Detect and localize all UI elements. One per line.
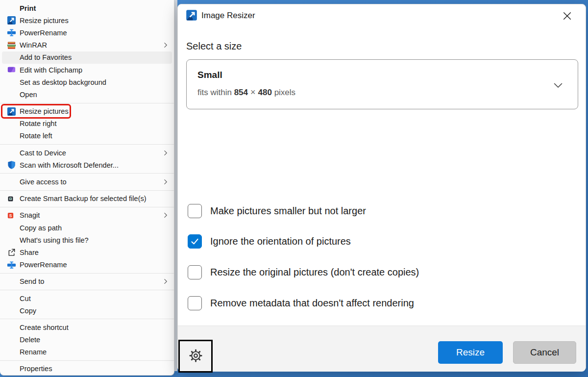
settings-annotation-box [178,340,213,373]
dialog-title: Image Resizer [201,11,255,21]
menu-item-label: Cast to Device [20,149,66,157]
menu-item-properties[interactable]: Properties [0,363,174,375]
menu-separator [0,273,174,274]
menu-item-label: WinRAR [20,41,47,49]
menu-item-powerrename[interactable]: PowerRename [0,26,174,39]
checkbox-unchecked[interactable] [188,265,202,279]
menu-item-set-as-desktop-background[interactable]: Set as desktop background [0,76,174,88]
menu-item-label: Send to [20,277,44,285]
menu-item-edit-with-clipchamp[interactable]: Edit with Clipchamp [0,64,174,76]
menu-item-open[interactable]: Open [0,88,174,101]
option-row-ignore-the-orientation: Ignore the orientation of pictures [188,226,575,257]
menu-item-rotate-right[interactable]: Rotate right [0,118,174,130]
context-menu: PrintResize picturesPowerRenameWinRARAdd… [0,0,174,376]
option-label[interactable]: Resize the original pictures (don't crea… [210,267,419,278]
image-resizer-icon [186,9,197,21]
icon-slot-empty [7,131,20,141]
icon-slot-empty [7,364,20,374]
options-list: Make pictures smaller but not largerIgno… [188,196,575,318]
icon-slot-empty [7,77,20,87]
option-row-make-pictures-smaller: Make pictures smaller but not larger [188,196,575,226]
powerrename-icon [7,28,20,38]
menu-item-label: What's using this file? [20,236,89,244]
select-size-heading: Select a size [186,41,242,52]
menu-item-resize-pictures[interactable]: Resize pictures [0,14,174,26]
menu-item-share[interactable]: Share [0,246,174,258]
winrar-icon [7,40,20,50]
chevron-down-icon [552,79,564,93]
menu-item-winrar[interactable]: WinRAR [0,39,174,51]
smart-backup-icon [7,194,20,203]
menu-item-label: Copy [20,307,36,315]
menu-item-rename[interactable]: Rename [0,346,174,358]
chevron-right-icon [162,278,169,285]
menu-item-label: Snagit [20,211,40,219]
menu-item-label: Edit with Clipchamp [20,66,82,74]
menu-item-label: Properties [20,365,52,373]
menu-separator [0,290,174,290]
dialog-header: Image Resizer [178,4,586,31]
menu-item-label: Create shortcut [20,324,69,331]
menu-item-label: Share [20,249,39,256]
close-button[interactable] [560,11,574,23]
menu-item-create-shortcut[interactable]: Create shortcut [0,321,174,333]
menu-separator [0,190,174,191]
menu-item-give-access-to[interactable]: Give access to [0,176,174,188]
cancel-button[interactable]: Cancel [513,341,576,364]
icon-slot-empty [7,347,20,357]
icon-slot-empty [7,306,20,316]
size-dropdown[interactable]: Small fits within 854 × 480 pixels [186,59,578,109]
menu-item-copy-as-path[interactable]: Copy as path [0,222,174,234]
settings-button[interactable] [188,348,203,365]
menu-item-resize-pictures[interactable]: Resize pictures [0,105,174,118]
option-row-resize-the-original: Resize the original pictures (don't crea… [188,257,575,288]
menu-item-cut[interactable]: Cut [0,292,174,304]
menu-item-label: Scan with Microsoft Defender... [20,161,119,169]
icon-slot-empty [7,323,20,332]
menu-item-label: PowerRename [20,29,67,37]
snagit-icon: S [7,210,20,220]
menu-item-delete[interactable]: Delete [0,334,174,346]
defender-icon [7,160,20,170]
option-label[interactable]: Ignore the orientation of pictures [210,236,351,247]
checkbox-checked[interactable] [188,234,202,249]
menu-item-label: Give access to [20,178,67,186]
menu-separator [0,319,174,319]
menu-separator [0,103,174,103]
menu-item-cast-to-device[interactable]: Cast to Device [0,147,174,159]
option-label[interactable]: Make pictures smaller but not larger [210,205,366,217]
menu-item-powerrename[interactable]: PowerRename [0,259,174,271]
resize-button[interactable]: Resize [438,341,503,364]
menu-item-what-s-using-this-file[interactable]: What's using this file? [0,234,174,246]
menu-item-add-to-favorites[interactable]: Add to Favorites [2,51,172,64]
menu-item-snagit[interactable]: SSnagit [0,209,174,222]
svg-text:S: S [9,214,12,218]
menu-item-label: Copy as path [20,224,62,232]
menu-item-print[interactable]: Print [0,2,174,14]
icon-slot-empty [7,294,20,303]
icon-slot-empty [7,335,20,345]
checkbox-unchecked[interactable] [188,204,202,218]
image-resizer-icon [7,16,20,25]
menu-item-label: Delete [20,336,40,344]
icon-slot-empty [7,3,20,13]
icon-slot-empty [7,177,20,187]
powerrename-icon [7,260,20,270]
option-label[interactable]: Remove metadata that doesn't affect rend… [210,298,414,309]
icon-slot-empty [7,276,20,286]
menu-item-label: Resize pictures [20,107,69,115]
menu-item-copy[interactable]: Copy [0,304,174,317]
menu-item-scan-with-microsoft-defender[interactable]: Scan with Microsoft Defender... [0,159,174,171]
menu-item-label: Print [20,4,36,12]
menu-item-label: Create Smart Backup for selected file(s) [20,195,147,202]
checkbox-unchecked[interactable] [188,296,202,310]
menu-item-send-to[interactable]: Send to [0,276,174,288]
size-description: fits within 854 × 480 pixels [197,87,295,98]
menu-separator [0,360,174,361]
clipchamp-icon [7,65,20,75]
menu-item-rotate-left[interactable]: Rotate left [0,130,174,142]
icon-slot-empty [7,148,20,158]
option-row-remove-metadata-that: Remove metadata that doesn't affect rend… [188,288,575,319]
menu-item-create-smart-backup-for-selected-file-s[interactable]: Create Smart Backup for selected file(s) [0,193,174,205]
icon-slot-empty [7,52,20,62]
